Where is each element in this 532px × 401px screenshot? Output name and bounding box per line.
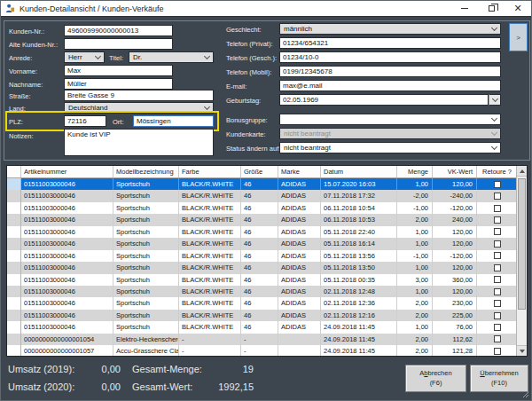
row-selector-cell[interactable] <box>7 178 21 190</box>
table-row[interactable]: 01511003000046SportschuhBLACK/R.WHITE46A… <box>7 202 516 214</box>
retoure-checkbox[interactable] <box>494 276 501 283</box>
ort-input[interactable] <box>133 115 214 127</box>
table-cell: ADIDAS <box>278 250 321 262</box>
table-row[interactable]: 01511003000046SportschuhBLACK/R.WHITE46A… <box>7 274 516 286</box>
column-header-7[interactable]: Menge <box>397 166 433 177</box>
geburtstag-datepicker-button[interactable] <box>489 94 501 106</box>
resize-grip[interactable] <box>522 391 529 398</box>
table-cell: 01511003000046 <box>21 250 113 262</box>
column-header-8[interactable]: VK-Wert <box>433 166 477 177</box>
table-row[interactable]: 01511003000046SportschuhBLACK/R.WHITE46A… <box>7 286 516 297</box>
row-selector-cell[interactable] <box>7 250 21 262</box>
telefon-privat-input[interactable] <box>279 37 501 49</box>
vorname-input[interactable] <box>64 65 173 76</box>
geburtstag-input[interactable] <box>279 94 489 106</box>
table-cell: 01511003000046 <box>21 310 113 321</box>
row-selector-cell[interactable] <box>7 238 21 249</box>
geschlecht-select[interactable]: männlich <box>279 23 501 35</box>
table-cell: 24.09.2018 11:45 <box>321 321 397 333</box>
retoure-checkbox[interactable] <box>494 181 501 188</box>
table-cell: 120,00 <box>433 262 477 273</box>
row-selector-cell[interactable] <box>7 345 21 356</box>
titel-select[interactable]: Dr. <box>129 51 214 63</box>
retoure-checkbox[interactable] <box>494 312 501 319</box>
land-select[interactable]: Deutschland <box>64 102 214 114</box>
close-button[interactable]: ✕ <box>505 1 531 16</box>
retoure-checkbox[interactable] <box>494 335 501 342</box>
plz-input[interactable] <box>64 115 106 127</box>
row-selector-cell[interactable] <box>7 226 21 238</box>
strasse-input[interactable] <box>64 90 214 101</box>
retoure-cell <box>477 214 516 225</box>
column-header-selector[interactable] <box>7 166 21 177</box>
nachname-input[interactable] <box>64 78 173 90</box>
kunden-nr-input[interactable] <box>64 25 173 36</box>
row-selector-cell[interactable] <box>7 334 21 345</box>
alte-kunden-nr-input[interactable] <box>64 38 173 50</box>
telefon-mobil-input[interactable] <box>279 66 501 77</box>
retoure-checkbox[interactable] <box>494 193 501 200</box>
scrollbar-thumb[interactable] <box>518 178 526 310</box>
retoure-checkbox[interactable] <box>494 228 501 235</box>
umsatz-2019-label: Umsatz (2019): <box>8 364 74 374</box>
column-header-5[interactable]: Marke <box>278 166 321 177</box>
retoure-checkbox[interactable] <box>494 216 501 224</box>
row-selector-cell[interactable] <box>7 262 21 273</box>
table-row[interactable]: 01511003000046SportschuhBLACK/R.WHITE46A… <box>7 190 516 201</box>
table-row[interactable]: 01511003000046SportschuhBLACK/R.WHITE46A… <box>7 214 516 225</box>
row-selector-cell[interactable] <box>7 190 21 201</box>
column-header-4[interactable]: Größe <box>241 166 278 177</box>
abbrechen-button[interactable]: Abbrechen (F6) <box>405 365 466 392</box>
retoure-checkbox[interactable] <box>494 288 501 295</box>
table-row[interactable]: 01511003000046SportschuhBLACK/R.WHITE46A… <box>7 310 516 321</box>
expand-panel-button[interactable]: > <box>509 23 528 51</box>
column-header-3[interactable]: Farbe <box>179 166 241 177</box>
row-selector-cell[interactable] <box>7 321 21 333</box>
row-selector-cell[interactable] <box>7 274 21 286</box>
restore-button[interactable] <box>478 1 505 16</box>
retoure-checkbox[interactable] <box>494 205 501 212</box>
table-cell: BLACK/R.WHITE <box>179 190 241 201</box>
table-row[interactable]: 01511003000046SportschuhBLACK/R.WHITE46A… <box>7 226 516 238</box>
table-row[interactable]: 01511003000046SportschuhBLACK/R.WHITE46A… <box>7 238 516 249</box>
row-selector-cell[interactable] <box>7 310 21 321</box>
retoure-checkbox[interactable] <box>494 348 501 355</box>
bonusgruppe-select[interactable] <box>279 114 501 125</box>
retoure-checkbox[interactable] <box>494 252 501 259</box>
column-header-9[interactable]: Retoure ? <box>477 166 516 177</box>
retoure-checkbox[interactable] <box>494 264 501 271</box>
uebernehmen-button[interactable]: Übernehmen (F10) <box>470 365 528 392</box>
vorname-label: Vorname: <box>9 67 37 75</box>
table-cell: 46 <box>241 321 278 333</box>
retoure-checkbox[interactable] <box>494 240 501 248</box>
minimize-button[interactable] <box>451 1 478 16</box>
table-row[interactable]: 0000000000000001054Elektro-Heckenschere.… <box>7 334 516 345</box>
table-cell: 05.11.2018 13:56 <box>321 250 397 262</box>
row-selector-cell[interactable] <box>7 286 21 297</box>
email-input[interactable] <box>279 80 501 91</box>
column-header-1[interactable]: Artikelnummer <box>21 166 113 177</box>
table-cell: 46 <box>241 202 278 214</box>
table-row[interactable]: 01511003000046SportschuhBLACK/R.WHITE46A… <box>7 321 516 333</box>
notizen-textarea[interactable]: Kunde ist VIP <box>64 129 214 156</box>
window-controls: ✕ <box>451 1 531 16</box>
table-row[interactable]: 01511003000046SportschuhBLACK/R.WHITE46A… <box>7 297 516 309</box>
table-cell <box>278 334 321 345</box>
table-row[interactable]: 0000000000000001057Accu-Grasschere Cla..… <box>7 345 516 356</box>
telefon-gesch-input[interactable] <box>279 51 501 63</box>
anrede-select[interactable]: Herr <box>64 51 105 63</box>
vertical-scrollbar[interactable] <box>516 166 527 356</box>
row-selector-cell[interactable] <box>7 214 21 225</box>
column-header-2[interactable]: Modellbezeichnung <box>113 166 179 177</box>
row-selector-cell[interactable] <box>7 202 21 214</box>
status-aendern-select[interactable]: nicht beantragt <box>279 142 501 153</box>
table-row[interactable]: 01511003000046SportschuhBLACK/R.WHITE46A… <box>7 178 516 190</box>
table-row[interactable]: 01511003000046SportschuhBLACK/R.WHITE46A… <box>7 250 516 262</box>
retoure-checkbox[interactable] <box>494 324 501 331</box>
retoure-checkbox[interactable] <box>494 300 501 307</box>
column-header-6[interactable]: Datum <box>321 166 397 177</box>
table-row[interactable]: 01511003000046SportschuhBLACK/R.WHITE46A… <box>7 262 516 273</box>
scroll-up-button[interactable] <box>517 166 527 177</box>
row-selector-cell[interactable] <box>7 297 21 309</box>
scroll-down-button[interactable] <box>517 345 527 356</box>
